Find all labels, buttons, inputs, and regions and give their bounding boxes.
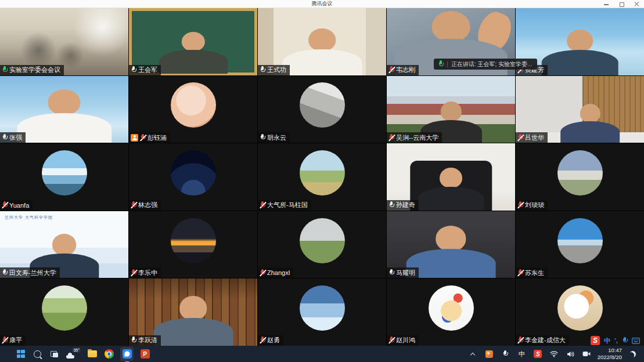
video-tile-huyongyun[interactable]: 胡永云 bbox=[258, 76, 386, 143]
avatar-group-photo bbox=[557, 150, 603, 196]
chevron-up-icon bbox=[470, 352, 476, 357]
mic-on-icon bbox=[260, 134, 265, 142]
video-tile-liuyanyan[interactable]: 刘琰琰 bbox=[516, 143, 644, 211]
video-tile-zhangxl[interactable]: Zhangxl bbox=[258, 211, 386, 278]
nameplate: 韦志刚 bbox=[387, 65, 419, 75]
clock-time: 10:47 bbox=[608, 347, 622, 354]
mic-on-icon bbox=[2, 269, 8, 277]
video-tile-zhaochuanhong[interactable]: 赵川鸿 bbox=[387, 278, 515, 346]
participant-name: 吕世华 bbox=[525, 133, 544, 142]
speaking-toast: 正在讲话: 王会军; 实验室学委... bbox=[434, 59, 537, 70]
divider bbox=[447, 61, 448, 67]
nameplate: Yuanfa bbox=[0, 200, 33, 211]
task-view-button[interactable] bbox=[49, 348, 60, 360]
nameplate: 吴涧--云南大学 bbox=[387, 132, 442, 143]
close-icon[interactable] bbox=[634, 1, 639, 7]
sogou-logo-icon[interactable]: S bbox=[591, 336, 600, 345]
avatar-baby bbox=[171, 82, 216, 128]
ime-language-toggle[interactable]: 中 bbox=[604, 336, 610, 345]
video-tile-sudongsheng[interactable]: 苏东生 bbox=[516, 211, 644, 278]
video-grid: 实验室学委会会议 王会军 王式功 韦志刚 bbox=[0, 8, 644, 346]
tray-mic-button[interactable] bbox=[500, 348, 511, 360]
video-tile-wujian[interactable]: 吴涧--云南大学 bbox=[387, 76, 515, 143]
nameplate: 彭钰涵 bbox=[129, 132, 170, 143]
video-tile-mazhuguo[interactable]: 大气所-马柱国 bbox=[258, 143, 386, 211]
nameplate: 马耀明 bbox=[387, 267, 419, 278]
clock[interactable]: 10:47 2022/8/20 bbox=[598, 347, 622, 361]
tray-app-button[interactable] bbox=[484, 348, 495, 360]
video-tile-wanghuijun[interactable]: 王会军 bbox=[129, 8, 257, 75]
ime-indicator-button[interactable]: 中 bbox=[516, 348, 527, 360]
mic-muted-icon bbox=[2, 336, 8, 344]
ime-keyboard-icon[interactable] bbox=[632, 338, 640, 344]
video-tile-liyueqing[interactable]: 李跃清 bbox=[129, 278, 257, 346]
mic-muted-icon bbox=[517, 269, 523, 277]
avatar-meadow bbox=[42, 285, 87, 331]
focus-assist-moon-icon bbox=[629, 350, 636, 357]
minimize-icon[interactable] bbox=[603, 1, 609, 7]
video-tile-lab-meeting[interactable]: 实验室学委会会议 bbox=[0, 8, 128, 75]
sogou-icon: S bbox=[534, 350, 542, 358]
powerpoint-button[interactable]: P bbox=[139, 348, 150, 360]
video-tile-yuanfa[interactable]: Yuanfa bbox=[0, 143, 128, 211]
tray-overflow-button[interactable] bbox=[467, 348, 478, 360]
file-explorer-button[interactable] bbox=[87, 348, 98, 360]
avatar-pavilion bbox=[300, 150, 345, 196]
video-tile-pengyuhan[interactable]: 彭钰涵 bbox=[129, 76, 257, 143]
person-silhouette bbox=[406, 226, 496, 278]
nameplate: 赵勇 bbox=[258, 335, 283, 346]
video-tile-liyuezhong[interactable]: 李乐中 bbox=[129, 211, 257, 278]
nameplate: 苏东生 bbox=[516, 267, 548, 278]
avatar-statue bbox=[300, 82, 345, 128]
nameplate: 田文寿-兰州大学 bbox=[0, 267, 60, 278]
mic-muted-icon bbox=[388, 336, 394, 344]
participant-name: 李金建-成信大 bbox=[525, 336, 566, 345]
notification-center-button[interactable] bbox=[627, 348, 638, 360]
speaker-icon bbox=[567, 351, 574, 357]
tencent-meeting-button-active[interactable] bbox=[120, 347, 134, 361]
nameplate: 李金建-成信大 bbox=[516, 335, 569, 346]
weather-widget[interactable]: 35° bbox=[66, 348, 81, 360]
video-tile-zhangqiang[interactable]: 张强 bbox=[0, 76, 128, 143]
video-tile-zhaoyong[interactable]: 赵勇 bbox=[258, 278, 386, 346]
folder-icon bbox=[88, 350, 97, 357]
participant-name: 康平 bbox=[9, 336, 22, 345]
volume-button[interactable] bbox=[565, 348, 576, 360]
ime-indicator: 中 bbox=[519, 350, 525, 359]
nameplate: Zhangxl bbox=[258, 267, 293, 278]
participant-name: 苏东生 bbox=[525, 269, 544, 277]
participant-name: 吴涧--云南大学 bbox=[396, 133, 438, 142]
ime-punctuation-toggle[interactable]: ’, bbox=[614, 337, 618, 344]
video-tile-kangping[interactable]: 康平 bbox=[0, 278, 128, 346]
camera-tray-button[interactable] bbox=[581, 348, 592, 360]
mic-muted-icon bbox=[517, 336, 523, 344]
mic-on-icon bbox=[131, 336, 136, 344]
restore-icon[interactable] bbox=[618, 1, 624, 7]
participant-name: 林志强 bbox=[138, 201, 157, 209]
participant-name: 赵勇 bbox=[267, 336, 280, 345]
video-tile-lvshihua[interactable]: 吕世华 bbox=[516, 76, 644, 143]
participant-name: 刘琰琰 bbox=[525, 201, 544, 209]
mic-muted-icon bbox=[517, 201, 523, 209]
participant-name: 孙建奇 bbox=[396, 201, 415, 209]
video-tile-mayaoming[interactable]: 马耀明 bbox=[387, 211, 515, 278]
participant-name: 王式功 bbox=[267, 66, 286, 74]
weather-cloud-icon: 35° bbox=[66, 349, 80, 359]
video-tile-tianwenshou[interactable]: 兰州大学 大气科学学院 田文寿-兰州大学 bbox=[0, 211, 128, 278]
tencent-meeting-icon bbox=[123, 349, 132, 359]
wifi-button[interactable] bbox=[549, 348, 560, 360]
tray-app-icon bbox=[485, 350, 493, 358]
video-tile-sunjianqi[interactable]: 孙建奇 bbox=[387, 143, 515, 211]
avatar-clouds bbox=[300, 285, 345, 331]
nameplate: 孙建奇 bbox=[387, 200, 419, 211]
sogou-tray-button[interactable]: S bbox=[533, 348, 544, 360]
video-tile-linzhiqiang[interactable]: 林志强 bbox=[129, 143, 257, 211]
ime-voice-icon[interactable] bbox=[622, 337, 628, 345]
start-button[interactable] bbox=[15, 348, 26, 360]
participant-name: 韦志刚 bbox=[396, 66, 415, 74]
person-silhouette bbox=[418, 168, 484, 211]
window-title: 腾讯会议 bbox=[312, 0, 333, 8]
video-tile-wangshigong[interactable]: 王式功 bbox=[258, 8, 386, 75]
search-button[interactable] bbox=[32, 348, 43, 360]
chrome-button[interactable] bbox=[103, 348, 114, 360]
